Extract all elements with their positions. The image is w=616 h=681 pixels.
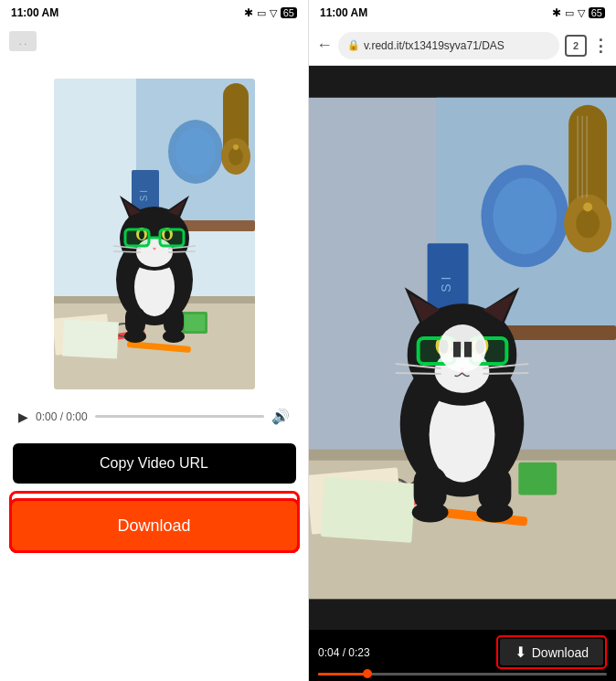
play-icon[interactable]: ▶ <box>18 410 28 424</box>
svg-point-58 <box>576 208 600 238</box>
download-highlight-right: ⬇ Download <box>496 635 607 669</box>
status-icons-right: ✱ ▭ ▽ 65 <box>552 6 605 19</box>
volume-icon[interactable]: 🔊 <box>271 408 290 425</box>
svg-rect-40 <box>125 229 149 246</box>
signal-right: 65 <box>589 7 605 18</box>
video-bottom-controls: 0:04 / 0:23 ⬇ Download <box>309 630 616 681</box>
svg-rect-41 <box>160 229 184 246</box>
lock-icon: 🔒 <box>347 39 360 51</box>
svg-point-26 <box>124 330 146 343</box>
video-time-right: 0:04 / 0:23 <box>318 646 370 659</box>
svg-line-96 <box>396 372 441 373</box>
svg-rect-16 <box>185 314 205 331</box>
status-time-left: 11:00 AM <box>11 6 58 19</box>
more-options-icon[interactable]: ⋮ <box>592 36 609 56</box>
bluetooth-icon: ✱ <box>244 6 253 19</box>
status-time-right: 11:00 AM <box>320 6 367 19</box>
svg-line-98 <box>483 372 528 373</box>
video-controls-left: ▶ 0:00 / 0:00 🔊 <box>0 397 308 436</box>
svg-rect-67 <box>518 462 557 495</box>
battery-icon-right: ▭ <box>565 7 574 19</box>
status-icons-left: ✱ ▭ ▽ 65 <box>244 6 297 19</box>
download-label-right: Download <box>532 645 589 660</box>
signal-strength: 65 <box>281 7 297 18</box>
pause-button-overlay[interactable]: ▮▮ <box>439 325 486 372</box>
battery-icon: ▭ <box>257 7 266 19</box>
copy-url-button[interactable]: Copy Video URL <box>13 443 296 484</box>
left-panel: 11:00 AM ✱ ▭ ▽ 65 . . S I <box>0 0 308 681</box>
download-button-left[interactable]: Download <box>14 503 295 548</box>
wifi-icon: ▽ <box>270 7 277 19</box>
svg-point-77 <box>412 502 449 522</box>
progress-bar-left[interactable] <box>95 415 264 418</box>
url-bar[interactable]: 🔒 v.redd.it/tx13419syva71/DAS <box>338 32 559 59</box>
svg-text:S I: S I <box>439 276 453 292</box>
bluetooth-icon-right: ✱ <box>552 6 561 19</box>
svg-text:S I: S I <box>139 190 149 201</box>
wifi-icon-right: ▽ <box>578 7 585 19</box>
pause-icon: ▮▮ <box>451 336 473 360</box>
cat-video-frame-left: S I <box>54 79 255 389</box>
download-highlight-left: Download <box>9 491 300 553</box>
svg-point-59 <box>583 202 592 211</box>
video-bottom-row: 0:04 / 0:23 ⬇ Download <box>318 635 607 669</box>
video-time-left: 0:00 / 0:00 <box>36 410 88 423</box>
svg-point-78 <box>476 502 513 522</box>
download-icon-right: ⬇ <box>515 644 526 661</box>
svg-point-10 <box>233 144 239 150</box>
svg-line-45 <box>113 251 141 252</box>
video-area-right[interactable]: S I <box>309 66 616 630</box>
scroll-indicator: . . <box>9 31 37 51</box>
progress-bar-right[interactable] <box>318 673 607 676</box>
tab-count[interactable]: 2 <box>565 35 587 57</box>
svg-line-47 <box>168 251 196 252</box>
status-bar-right: 11:00 AM ✱ ▭ ▽ 65 <box>309 0 616 26</box>
svg-point-6 <box>175 128 216 176</box>
browser-back-icon[interactable]: ← <box>316 36 333 55</box>
video-thumbnail-left[interactable]: S I <box>54 79 255 389</box>
right-panel: 11:00 AM ✱ ▭ ▽ 65 ← 🔒 v.redd.it/tx13419s… <box>308 0 616 681</box>
progress-dot-right <box>363 669 372 678</box>
svg-rect-21 <box>61 319 118 358</box>
svg-point-27 <box>163 330 185 343</box>
svg-rect-72 <box>321 477 416 543</box>
svg-point-55 <box>493 177 557 254</box>
browser-bar: ← 🔒 v.redd.it/tx13419syva71/DAS 2 ⋮ <box>309 26 616 66</box>
status-bar-left: 11:00 AM ✱ ▭ ▽ 65 <box>0 0 308 26</box>
progress-fill-right <box>318 673 367 676</box>
url-text: v.redd.it/tx13419syva71/DAS <box>364 39 504 52</box>
download-button-right[interactable]: ⬇ Download <box>500 639 603 665</box>
